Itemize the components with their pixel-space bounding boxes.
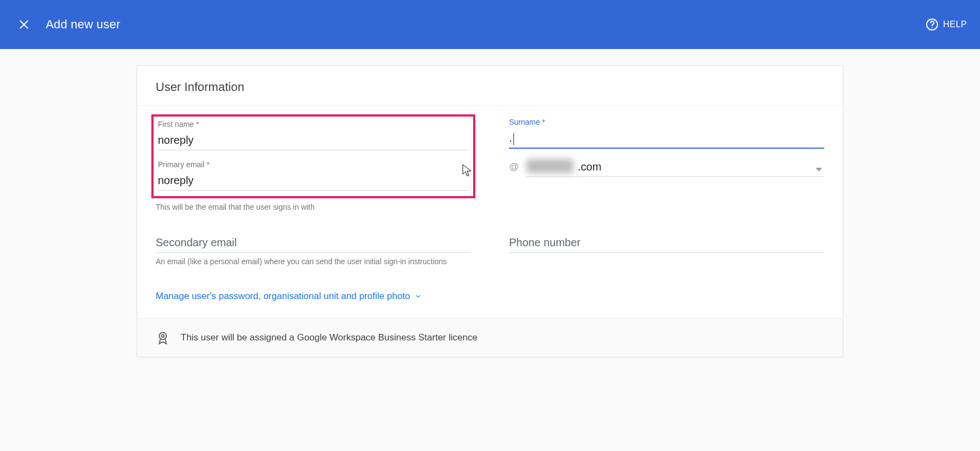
help-icon — [926, 18, 939, 31]
page-title: Add new user — [46, 17, 120, 32]
svg-point-3 — [932, 27, 933, 28]
text-caret — [513, 133, 514, 145]
user-info-card: User Information First name * Primary em… — [137, 65, 843, 357]
app-bar: Add new user HELP — [0, 0, 980, 49]
badge-icon — [156, 331, 170, 345]
secondary-email-helper: An email (like a personal email) where y… — [156, 257, 471, 266]
close-button[interactable] — [13, 14, 35, 35]
help-button[interactable]: HELP — [926, 18, 967, 31]
licence-footer: This user will be assigned a Google Work… — [137, 318, 843, 357]
manage-link-label: Manage user's password, organisational u… — [156, 291, 410, 302]
highlighted-region: First name * Primary email * — [151, 114, 475, 198]
first-name-label: First name * — [158, 120, 469, 132]
primary-email-field: Primary email * — [158, 160, 469, 191]
close-icon — [18, 19, 30, 31]
surname-field: Surname * . — [509, 118, 824, 149]
secondary-email-input[interactable]: Secondary email — [156, 235, 471, 253]
phone-input[interactable]: Phone number — [509, 235, 824, 253]
domain-suffix: .com — [526, 161, 601, 173]
svg-point-4 — [160, 332, 167, 339]
primary-email-input[interactable] — [158, 172, 469, 191]
svg-point-5 — [162, 334, 164, 337]
surname-input[interactable]: . — [509, 130, 824, 149]
domain-row: @ .com — [509, 159, 824, 177]
primary-email-label: Primary email * — [158, 160, 469, 172]
chevron-down-icon — [816, 168, 822, 172]
card-header: User Information — [137, 66, 843, 106]
card-body: First name * Primary email * This will b… — [137, 106, 843, 318]
help-label: HELP — [943, 20, 967, 29]
surname-value: . — [509, 132, 512, 144]
domain-select[interactable]: .com — [526, 159, 824, 177]
section-title: User Information — [156, 80, 824, 94]
licence-text: This user will be assigned a Google Work… — [181, 332, 477, 343]
surname-label: Surname * — [509, 118, 824, 130]
chevron-down-icon — [414, 292, 422, 300]
manage-expand-link[interactable]: Manage user's password, organisational u… — [156, 291, 824, 302]
first-name-input[interactable] — [158, 132, 469, 150]
first-name-field: First name * — [158, 120, 469, 150]
at-symbol: @ — [509, 161, 519, 177]
primary-email-helper: This will be the email that the user sig… — [156, 203, 471, 211]
